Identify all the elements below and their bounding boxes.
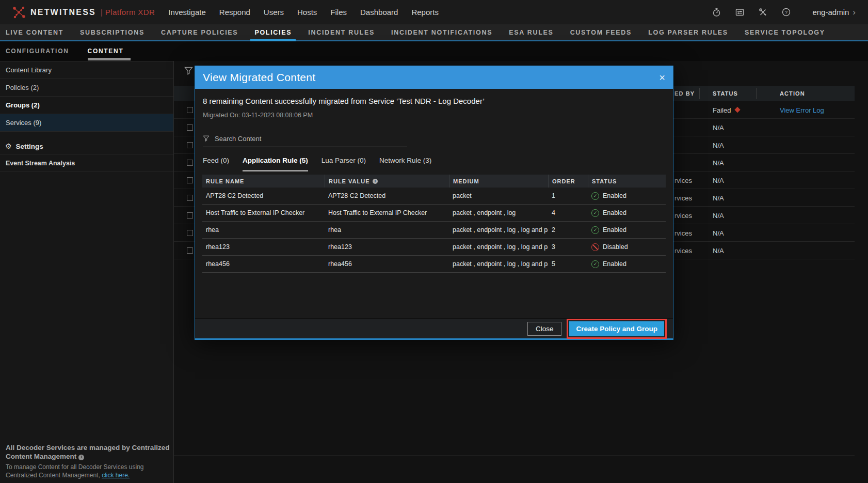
tab-content[interactable]: CONTENT: [88, 41, 124, 61]
sidebar-item-services-9[interactable]: Services (9): [0, 114, 173, 132]
tab-application-rule-5[interactable]: Application Rule (5): [243, 157, 308, 168]
status-cell: N/A: [713, 141, 724, 149]
top-nav-dashboard[interactable]: Dashboard: [360, 8, 398, 17]
tab-subscriptions[interactable]: SUBSCRIPTIONS: [72, 24, 153, 40]
close-icon[interactable]: [659, 72, 665, 83]
row-checkbox[interactable]: [187, 212, 193, 219]
cell: rhea123: [325, 243, 449, 251]
row-checkbox[interactable]: [187, 160, 193, 166]
filter-icon[interactable]: [184, 67, 193, 77]
column-header-rule-name: RULE NAME: [202, 175, 325, 188]
tab-custom-feeds[interactable]: CUSTOM FEEDS: [562, 24, 640, 40]
info-icon: [373, 179, 378, 184]
timer-icon[interactable]: [711, 7, 721, 18]
tab-network-rule-3[interactable]: Network Rule (3): [379, 157, 431, 168]
view-migrated-content-modal: View Migrated Content 8 remaining Conten…: [195, 66, 673, 340]
user-menu[interactable]: eng-admin: [812, 8, 856, 17]
top-nav-files[interactable]: Files: [330, 8, 347, 17]
status-label: Enabled: [603, 209, 626, 216]
chevron-right-icon: [853, 8, 856, 17]
brand-logo[interactable]: NETWITNESS | Platform XDR: [0, 6, 155, 19]
close-button[interactable]: Close: [527, 322, 562, 336]
tab-incident-rules[interactable]: INCIDENT RULES: [300, 24, 383, 40]
status-label: Enabled: [603, 226, 626, 233]
status-label: N/A: [713, 229, 724, 237]
tab-incident-notifications[interactable]: INCIDENT NOTIFICATIONS: [383, 24, 501, 40]
row-checkbox[interactable]: [187, 124, 193, 131]
tools-icon[interactable]: [758, 7, 768, 18]
top-nav-users[interactable]: Users: [264, 8, 284, 17]
cell: packet: [449, 192, 548, 199]
top-app-bar: NETWITNESS | Platform XDR InvestigateRes…: [0, 0, 868, 24]
tab-capture-policies[interactable]: CAPTURE POLICIES: [153, 24, 246, 40]
status-label: N/A: [713, 176, 724, 184]
tab-lua-parser-0[interactable]: Lua Parser (0): [322, 157, 366, 168]
column-divider: [699, 88, 700, 99]
enabled-status-icon: [591, 226, 599, 234]
truncated-cell-text: rvices: [674, 176, 692, 184]
tab-live-content[interactable]: LIVE CONTENT: [0, 24, 72, 40]
create-policy-and-group-button[interactable]: Create Policy and Group: [569, 321, 664, 336]
status-label: N/A: [713, 141, 724, 149]
status-cell: Enabled: [588, 226, 666, 234]
sidebar-item-groups-2[interactable]: Groups (2): [0, 97, 173, 114]
row-checkbox[interactable]: [187, 177, 193, 183]
ccm-note: All Decoder Services are managed by Cent…: [6, 443, 171, 461]
tab-configuration[interactable]: CONFIGURATION: [6, 41, 69, 61]
tab-policies[interactable]: POLICIES: [246, 24, 300, 40]
cell: rhea456: [325, 260, 449, 268]
cell: rhea: [202, 226, 325, 233]
migration-message: 8 remaining Content successfully migrate…: [203, 97, 665, 105]
status-cell: N/A: [713, 176, 724, 184]
cell: Host Traffic to External IP Checker: [325, 209, 449, 216]
row-checkbox[interactable]: [187, 230, 193, 236]
row-checkbox[interactable]: [187, 142, 193, 148]
enabled-status-icon: [591, 209, 599, 217]
failed-status-icon: [735, 107, 741, 113]
top-nav-reports[interactable]: Reports: [411, 8, 439, 17]
status-cell: Enabled: [588, 209, 666, 217]
top-nav: InvestigateRespondUsersHostsFilesDashboa…: [168, 8, 439, 17]
search-input[interactable]: [214, 134, 391, 143]
sidebar-items: Content LibraryPolicies (2)Groups (2)Ser…: [0, 61, 173, 132]
cell: rhea456: [202, 260, 325, 268]
modal-footer: Close Create Policy and Group: [195, 318, 673, 338]
disabled-status-icon: [591, 243, 599, 251]
top-nav-investigate[interactable]: Investigate: [168, 8, 206, 17]
cell: packet , endpoint , log , log and packet: [449, 260, 548, 268]
view-error-log-link[interactable]: View Error Log: [780, 106, 824, 114]
rules-table-rows: APT28 C2 DetectedAPT28 C2 Detectedpacket…: [202, 188, 666, 273]
search-field: [203, 134, 407, 147]
top-nav-respond[interactable]: Respond: [219, 8, 250, 17]
tab-log-parser-rules[interactable]: LOG PARSER RULES: [640, 24, 736, 40]
tab-esa-rules[interactable]: ESA RULES: [501, 24, 561, 40]
status-label: N/A: [713, 246, 724, 254]
tab-feed-0[interactable]: Feed (0): [203, 157, 229, 168]
status-label: N/A: [713, 159, 724, 166]
sidebar-item-event-stream-analysis[interactable]: Event Stream Analysis: [0, 154, 173, 172]
preferences-icon[interactable]: [734, 7, 745, 18]
sidebar-item-policies-2[interactable]: Policies (2): [0, 79, 173, 97]
status-cell: N/A: [713, 229, 724, 237]
row-checkbox[interactable]: [187, 195, 193, 201]
top-nav-hosts[interactable]: Hosts: [297, 8, 317, 17]
row-checkbox[interactable]: [187, 107, 193, 113]
status-label: Enabled: [603, 192, 626, 199]
status-label: Disabled: [603, 243, 628, 251]
status-label: Enabled: [603, 260, 626, 268]
brand-name: NETWITNESS: [30, 8, 96, 17]
brand-product: | Platform XDR: [101, 8, 155, 17]
rules-table-header: RULE NAME RULE VALUE MEDIUM ORDER STATUS: [202, 175, 666, 188]
click-here-link[interactable]: click here.: [102, 472, 130, 479]
sidebar-item-content-library[interactable]: Content Library: [0, 61, 173, 79]
column-divider: [756, 88, 757, 99]
row-checkbox[interactable]: [187, 247, 193, 254]
help-icon[interactable]: ?: [781, 7, 791, 18]
sidebar-settings-header[interactable]: Settings: [0, 138, 173, 154]
truncated-cell-text: rvices: [674, 246, 692, 254]
column-header-rule-value: RULE VALUE: [325, 175, 449, 188]
tab-service-topology[interactable]: SERVICE TOPOLOGY: [736, 24, 833, 40]
truncated-cell-text: rvices: [674, 194, 692, 201]
status-cell: Enabled: [588, 192, 666, 200]
cell: 2: [548, 226, 588, 233]
